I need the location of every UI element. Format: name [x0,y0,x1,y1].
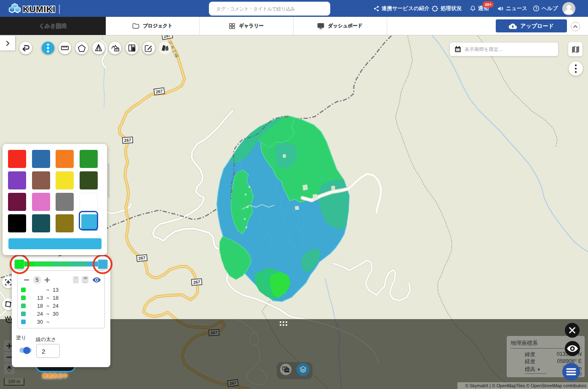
svg-text:267: 267 [155,88,163,94]
svg-text:267: 267 [138,256,146,261]
svg-text:267: 267 [124,138,131,143]
svg-text:267: 267 [193,280,200,285]
